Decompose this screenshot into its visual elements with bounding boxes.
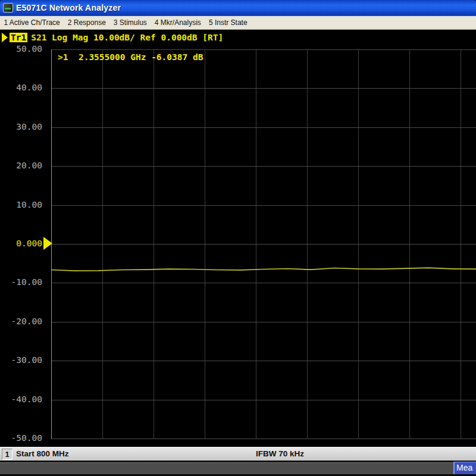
y-axis-tick: -10.00 <box>0 277 42 287</box>
menu-instr-state[interactable]: 5 Instr State <box>205 18 251 27</box>
meas-taskbar-button[interactable]: Mea <box>453 462 476 474</box>
y-axis-tick: 40.00 <box>0 83 42 92</box>
y-axis-tick: 10.00 <box>0 200 42 209</box>
taskbar <box>0 462 476 476</box>
window-title: E5071C Network Analyzer <box>16 3 121 12</box>
trace-settings-text: S21 Log Mag 10.00dB/ Ref 0.000dB [RT] <box>31 33 223 42</box>
y-axis-tick: 50.00 <box>0 44 42 54</box>
y-axis-tick: -20.00 <box>0 317 42 326</box>
ifbw-readout: IFBW 70 kHz <box>256 449 304 458</box>
trace-label: Tr1 <box>10 33 27 42</box>
menu-active-ch-trace[interactable]: 1 Active Ch/Trace <box>0 18 64 27</box>
e5071c-window: E5071C Network Analyzer 1 Active Ch/Trac… <box>0 0 476 476</box>
trace-status-line[interactable]: Tr1 S21 Log Mag 10.00dB/ Ref 0.000dB [RT… <box>2 32 223 43</box>
menu-response[interactable]: 2 Response <box>64 18 109 27</box>
app-icon <box>3 3 13 12</box>
menu-bar: 1 Active Ch/Trace 2 Response 3 Stimulus … <box>0 16 476 30</box>
channel-number: 1 <box>2 449 12 460</box>
menu-stimulus[interactable]: 3 Stimulus <box>109 18 151 27</box>
status-bar: 1 Start 800 MHz IFBW 70 kHz <box>0 447 476 461</box>
y-axis-tick: -40.00 <box>0 394 42 404</box>
trace-plot <box>51 49 476 439</box>
start-frequency: Start 800 MHz <box>16 449 69 458</box>
y-axis-tick: -50.00 <box>0 433 42 443</box>
active-trace-arrow-icon <box>2 33 8 42</box>
y-axis-tick: -30.00 <box>0 355 42 365</box>
y-axis-tick: 30.00 <box>0 122 42 131</box>
y-axis-tick: 20.00 <box>0 161 42 170</box>
menu-mkr-analysis[interactable]: 4 Mkr/Analysis <box>151 18 205 27</box>
y-axis-tick: 0.000 <box>0 239 42 248</box>
title-bar: E5071C Network Analyzer <box>0 0 476 16</box>
